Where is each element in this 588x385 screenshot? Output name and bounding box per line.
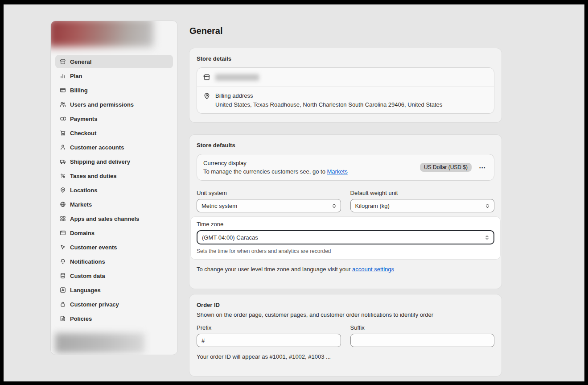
suffix-input[interactable] (350, 334, 495, 347)
store-defaults-card: Store defaults Currency display To manag… (189, 135, 502, 289)
prefix-field-block: Prefix (197, 324, 341, 347)
prefix-label: Prefix (197, 324, 341, 331)
unit-system-label: Unit system (197, 190, 341, 196)
order-id-fields-row: Prefix Suffix (197, 324, 494, 347)
sidebar-item-domains[interactable]: Domains (55, 226, 173, 240)
order-id-description: Shown on the order page, customer pages,… (197, 311, 494, 318)
document-icon (59, 315, 66, 322)
sidebar-item-shipping-and-delivery[interactable]: Shipping and delivery (55, 155, 173, 168)
store-details-card: Store details Billing address United Sta… (189, 48, 502, 122)
suffix-label: Suffix (350, 324, 495, 331)
credit-card-icon (59, 87, 66, 94)
currency-menu-button[interactable]: ⋯ (477, 163, 488, 172)
sidebar-item-label: Locations (70, 187, 97, 194)
store-name-redacted (215, 74, 259, 81)
sidebar-item-markets[interactable]: Markets (55, 198, 173, 211)
settings-sidebar: General Plan Billing Users and permissio… (50, 21, 178, 355)
sidebar-item-label: Markets (70, 201, 92, 208)
settings-nav: General Plan Billing Users and permissio… (55, 55, 173, 326)
store-name-redacted-blur (50, 21, 153, 47)
prefix-input[interactable] (197, 334, 341, 347)
store-defaults-title: Store defaults (197, 142, 494, 149)
store-icon (59, 58, 66, 65)
sidebar-item-label: Notifications (70, 258, 105, 265)
users-icon (59, 101, 66, 108)
sidebar-item-label: Policies (70, 315, 92, 322)
account-note-text: To change your user level time zone and … (197, 266, 352, 273)
percent-icon (59, 173, 66, 179)
page-title: General (189, 26, 222, 36)
sidebar-item-billing[interactable]: Billing (55, 83, 173, 97)
account-settings-link[interactable]: account settings (352, 266, 394, 273)
chart-icon (59, 73, 66, 79)
sidebar-item-label: Taxes and duties (70, 173, 117, 179)
unit-system-select[interactable]: Metric system (197, 199, 341, 212)
currency-right-block: US Dollar (USD $) ⋯ (420, 163, 488, 172)
order-id-example-note: Your order ID will appear as #1001, #100… (197, 353, 494, 360)
select-chevron-icon (332, 203, 336, 209)
order-id-card: Order ID Shown on the order page, custom… (189, 294, 502, 376)
account-settings-note: To change your user level time zone and … (197, 266, 494, 273)
sidebar-item-label: Users and permissions (70, 101, 134, 108)
time-zone-label: Time zone (197, 221, 494, 228)
bell-icon (59, 258, 66, 265)
sidebar-item-apps-and-sales-channels[interactable]: Apps and sales channels (55, 212, 173, 225)
location-pin-icon (59, 187, 66, 194)
account-redacted-blur (55, 333, 144, 353)
payments-icon (59, 116, 66, 122)
apps-grid-icon (59, 215, 66, 222)
sidebar-item-users-and-permissions[interactable]: Users and permissions (55, 98, 173, 111)
store-details-title: Store details (197, 55, 494, 62)
sidebar-item-label: Plan (70, 73, 82, 79)
sidebar-item-label: Languages (70, 287, 101, 294)
person-icon (59, 144, 66, 151)
sidebar-item-plan[interactable]: Plan (55, 69, 173, 83)
billing-address-block: Billing address United States, Texas Roa… (215, 92, 442, 108)
store-name-row (197, 68, 494, 87)
database-icon (59, 273, 66, 279)
cart-icon (59, 130, 66, 137)
sidebar-item-customer-accounts[interactable]: Customer accounts (55, 141, 173, 154)
markets-link[interactable]: Markets (327, 168, 347, 175)
sidebar-item-label: Payments (70, 116, 97, 122)
select-chevron-icon (485, 235, 489, 240)
time-zone-value: (GMT-04:00) Caracas (202, 234, 258, 241)
weight-unit-field: Default weight unit Kilogram (kg) (350, 190, 495, 212)
sidebar-item-customer-events[interactable]: Customer events (55, 240, 173, 254)
sidebar-item-general[interactable]: General (55, 55, 173, 68)
sidebar-item-label: General (70, 58, 91, 65)
sidebar-item-customer-privacy[interactable]: Customer privacy (55, 298, 173, 311)
sidebar-item-custom-data[interactable]: Custom data (55, 269, 173, 282)
sidebar-item-label: Shipping and delivery (70, 158, 130, 165)
sidebar-item-checkout[interactable]: Checkout (55, 126, 173, 140)
weight-unit-select[interactable]: Kilogram (kg) (350, 199, 495, 212)
unit-fields-row: Unit system Metric system Default weight… (197, 190, 494, 212)
browser-icon (59, 230, 66, 236)
time-zone-help-text: Sets the time for when orders and analyt… (197, 248, 494, 254)
order-id-title: Order ID (197, 302, 494, 308)
sidebar-item-label: Customer privacy (70, 301, 119, 308)
time-zone-highlight-box: Time zone (GMT-04:00) Caracas Sets the t… (191, 217, 500, 259)
sidebar-item-policies[interactable]: Policies (55, 312, 173, 325)
suffix-field-block: Suffix (350, 324, 495, 347)
globe-icon (59, 201, 66, 208)
billing-address-row: Billing address United States, Texas Roa… (197, 87, 494, 113)
sidebar-item-label: Customer events (70, 244, 117, 251)
sidebar-item-label: Domains (70, 230, 95, 236)
sidebar-item-label: Custom data (70, 273, 105, 279)
truck-icon (59, 158, 66, 165)
location-pin-icon (203, 92, 210, 99)
translate-icon (59, 287, 66, 294)
sidebar-item-label: Customer accounts (70, 144, 124, 151)
time-zone-select[interactable]: (GMT-04:00) Caracas (197, 230, 494, 244)
settings-window: General Plan Billing Users and permissio… (4, 4, 584, 381)
sidebar-item-taxes-and-duties[interactable]: Taxes and duties (55, 169, 173, 182)
currency-display-label: Currency display (203, 160, 348, 166)
sidebar-item-payments[interactable]: Payments (55, 112, 173, 125)
sidebar-item-notifications[interactable]: Notifications (55, 255, 173, 268)
sidebar-item-languages[interactable]: Languages (55, 283, 173, 297)
store-icon (203, 74, 210, 81)
sidebar-item-locations[interactable]: Locations (55, 183, 173, 197)
sidebar-item-label: Apps and sales channels (70, 215, 139, 222)
currency-display-description: To manage the currencies customers see, … (203, 168, 348, 175)
